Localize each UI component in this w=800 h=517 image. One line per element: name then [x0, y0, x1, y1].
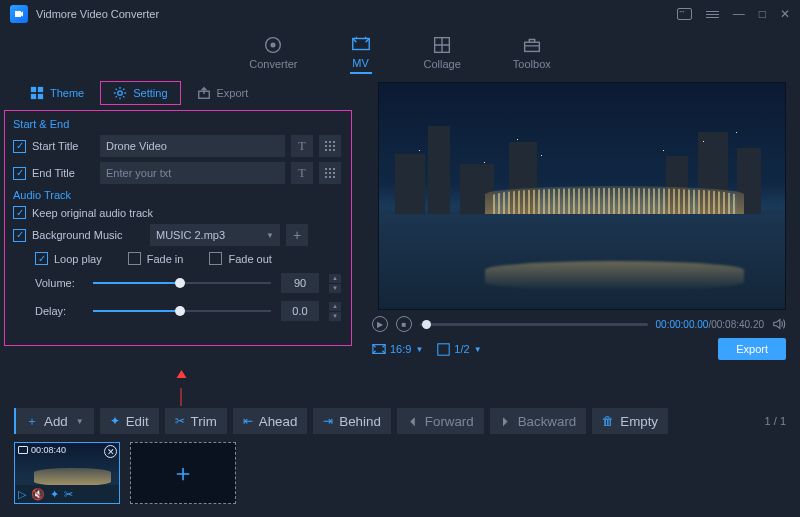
add-button[interactable]: ＋Add▼ [14, 408, 94, 434]
seek-bar[interactable] [420, 323, 648, 326]
svg-point-1 [272, 43, 276, 47]
text-style-button[interactable]: T [291, 162, 313, 184]
settings-panel: Theme Setting Export Start & End Start T… [0, 78, 362, 378]
remove-clip-button[interactable]: ✕ [104, 445, 117, 458]
subtab-setting[interactable]: Setting [100, 81, 180, 105]
behind-icon: ⇥ [323, 414, 333, 428]
trim-icon[interactable]: ✂ [64, 488, 73, 501]
theme-icon [30, 86, 44, 100]
volume-icon[interactable] [772, 317, 786, 331]
bgm-dropdown[interactable]: MUSIC 2.mp3 ▼ [150, 224, 280, 246]
mv-icon [350, 33, 372, 55]
trim-button[interactable]: ✂Trim [165, 408, 227, 434]
bgm-label: Background Music [32, 229, 144, 241]
toolbox-icon [521, 34, 543, 56]
checkbox-loop[interactable] [35, 252, 48, 265]
checkbox-bgm[interactable] [13, 229, 26, 242]
close-icon[interactable]: ✕ [780, 7, 790, 21]
chevron-down-icon: ▼ [76, 417, 84, 426]
position-grid-button[interactable] [319, 135, 341, 157]
svg-rect-12 [438, 343, 449, 354]
clip-thumbnail[interactable]: 00:08:40 ✕ ▷ 🔇 ✦ ✂ [14, 442, 120, 504]
tab-toolbox[interactable]: Toolbox [513, 34, 551, 73]
bgm-value: MUSIC 2.mp3 [156, 229, 225, 241]
subtab-theme-label: Theme [50, 87, 84, 99]
svg-rect-8 [38, 94, 43, 99]
video-preview[interactable] [378, 82, 786, 310]
wand-icon: ✦ [110, 414, 120, 428]
stop-button[interactable]: ■ [396, 316, 412, 332]
sub-tabs: Theme Setting Export [0, 78, 362, 108]
timeline-thumbnails: 00:08:40 ✕ ▷ 🔇 ✦ ✂ ＋ [0, 434, 800, 512]
subtab-export[interactable]: Export [185, 82, 261, 104]
section-start-end: Start & End [13, 118, 341, 130]
chevron-down-icon: ▼ [266, 231, 274, 240]
backward-button[interactable]: ⏵Backward [490, 408, 587, 434]
feedback-icon[interactable] [677, 8, 692, 20]
ahead-button[interactable]: ⇤Ahead [233, 408, 308, 434]
checkbox-keep-audio[interactable] [13, 206, 26, 219]
position-grid-button[interactable] [319, 162, 341, 184]
checkbox-end-title[interactable] [13, 167, 26, 180]
delay-value: 0.0 [281, 301, 319, 321]
svg-rect-7 [31, 94, 36, 99]
collage-icon [431, 34, 453, 56]
export-button[interactable]: Export [718, 338, 786, 360]
loop-label: Loop play [54, 253, 102, 265]
fadein-label: Fade in [147, 253, 184, 265]
tab-mv[interactable]: MV [350, 33, 372, 74]
main-tabs: Converter MV Collage Toolbox [0, 28, 800, 78]
tab-converter-label: Converter [249, 58, 297, 70]
end-title-input[interactable] [100, 162, 285, 184]
forward-button[interactable]: ⏴Forward [397, 408, 484, 434]
forward-icon: ⏴ [407, 414, 419, 428]
settings-box: Start & End Start Title T End Title T Au… [4, 110, 352, 346]
tab-converter[interactable]: Converter [249, 34, 297, 73]
end-title-label: End Title [32, 167, 94, 179]
export-icon [197, 86, 211, 100]
aspect-value: 16:9 [390, 343, 411, 355]
scissors-icon: ✂ [175, 414, 185, 428]
ahead-icon: ⇤ [243, 414, 253, 428]
minimize-icon[interactable]: — [733, 7, 745, 21]
svg-rect-4 [524, 42, 539, 51]
bottom-toolbar: ＋Add▼ ✦Edit ✂Trim ⇤Ahead ⇥Behind ⏴Forwar… [0, 400, 800, 434]
chevron-down-icon: ▼ [415, 345, 423, 354]
svg-point-9 [118, 91, 122, 95]
subtab-theme[interactable]: Theme [18, 82, 96, 104]
add-clip-placeholder[interactable]: ＋ [130, 442, 236, 504]
play-icon[interactable]: ▷ [18, 488, 26, 501]
app-logo [10, 5, 28, 23]
tab-toolbox-label: Toolbox [513, 58, 551, 70]
delay-slider[interactable] [93, 304, 271, 318]
fadeout-label: Fade out [228, 253, 271, 265]
volume-stepper[interactable]: ▲▼ [329, 274, 341, 293]
behind-button[interactable]: ⇥Behind [313, 408, 391, 434]
zoom-select[interactable]: 1/2 ▼ [437, 343, 481, 356]
volume-slider[interactable] [93, 276, 271, 290]
checkbox-start-title[interactable] [13, 140, 26, 153]
start-title-label: Start Title [32, 140, 94, 152]
converter-icon [262, 34, 284, 56]
empty-button[interactable]: 🗑Empty [592, 408, 668, 434]
delay-stepper[interactable]: ▲▼ [329, 302, 341, 321]
tab-collage[interactable]: Collage [424, 34, 461, 73]
film-icon [18, 446, 28, 454]
checkbox-fadein[interactable] [128, 252, 141, 265]
add-bgm-button[interactable]: + [286, 224, 308, 246]
text-style-button[interactable]: T [291, 135, 313, 157]
svg-rect-6 [38, 87, 43, 92]
aspect-ratio-select[interactable]: 16:9 ▼ [372, 343, 423, 355]
edit-button[interactable]: ✦Edit [100, 408, 159, 434]
effects-icon[interactable]: ✦ [50, 488, 59, 501]
mute-icon[interactable]: 🔇 [31, 488, 45, 501]
preview-panel: ▶ ■ 00:00:00.00/00:08:40.20 16:9 ▼ 1/2 ▼… [362, 78, 800, 378]
play-button[interactable]: ▶ [372, 316, 388, 332]
volume-label: Volume: [35, 277, 83, 289]
menu-icon[interactable] [706, 11, 719, 18]
delay-label: Delay: [35, 305, 83, 317]
maximize-icon[interactable]: □ [759, 7, 766, 21]
checkbox-fadeout[interactable] [209, 252, 222, 265]
start-title-input[interactable] [100, 135, 285, 157]
titlebar: Vidmore Video Converter — □ ✕ [0, 0, 800, 28]
